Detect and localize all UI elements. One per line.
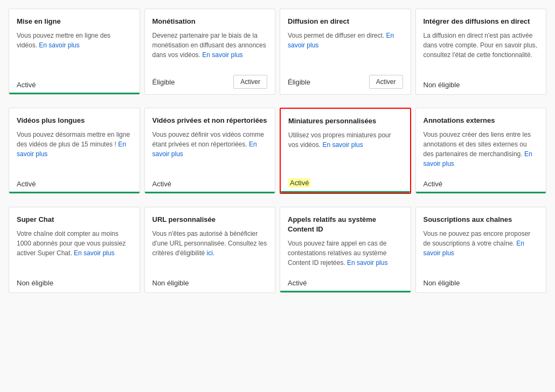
card-learn-more-link[interactable]: En savoir plus — [347, 259, 387, 267]
row-spacer — [9, 99, 546, 103]
card-title: Vidéos privées et non répertoriées — [152, 116, 268, 125]
card-diffusion-en-direct: Diffusion en directVous permet de diffus… — [280, 9, 411, 95]
card-body: La diffusion en direct n'est pas activée… — [424, 31, 539, 72]
activate-button[interactable]: Activer — [369, 75, 403, 89]
card-footer: Activé — [424, 177, 539, 188]
card-footer: Non éligible — [17, 276, 132, 287]
card-learn-more-link[interactable]: En savoir plus — [17, 141, 126, 158]
card-footer: ÉligibleActiver — [152, 72, 268, 89]
card-learn-more-link[interactable]: En savoir plus — [424, 240, 524, 257]
card-footer: Activé — [17, 78, 132, 89]
card-videos-plus-longues: Vidéos plus longuesVous pouvez désormais… — [9, 108, 140, 194]
card-status: Non éligible — [424, 279, 460, 287]
card-status: Éligible — [288, 78, 310, 86]
card-title: Annotations externes — [424, 116, 539, 125]
card-body: Vous pouvez désormais mettre en ligne de… — [17, 130, 132, 171]
card-learn-more-link[interactable]: En savoir plus — [152, 141, 257, 158]
card-title: Vidéos plus longues — [17, 116, 132, 125]
green-bar — [416, 192, 546, 193]
card-body: Utilisez vos propres miniatures pour vos… — [288, 130, 403, 170]
card-status: Non éligible — [17, 279, 53, 287]
card-status: Activé — [288, 279, 307, 287]
card-annotations-externes: Annotations externesVous pouvez créer de… — [415, 108, 547, 194]
card-learn-more-link[interactable]: En savoir plus — [74, 249, 114, 257]
card-footer: Non éligible — [424, 78, 539, 89]
card-title: Monétisation — [152, 17, 268, 26]
card-mise-en-ligne: Mise en ligneVous pouvez mettre en ligne… — [9, 9, 140, 95]
card-status: Non éligible — [152, 279, 189, 287]
card-body: Devenez partenaire par le biais de la mo… — [152, 31, 268, 66]
card-super-chat: Super ChatVotre chaîne doit compter au m… — [9, 207, 140, 293]
card-footer: Activé — [152, 177, 268, 188]
card-integrer-diffusions: Intégrer des diffusions en directLa diff… — [415, 9, 547, 95]
green-bar — [145, 192, 275, 193]
card-title: URL personnalisée — [152, 215, 268, 225]
card-videos-privees: Vidéos privées et non répertoriéesVous p… — [144, 108, 276, 194]
feature-grid: Mise en ligneVous pouvez mettre en ligne… — [9, 9, 546, 293]
card-footer: Non éligible — [424, 276, 539, 287]
card-url-personnalisee: URL personnaliséeVous n'êtes pas autoris… — [144, 207, 276, 293]
activate-button[interactable]: Activer — [233, 75, 267, 89]
card-footer: Non éligible — [152, 276, 268, 287]
card-title: Appels relatifs au système Content ID — [288, 215, 403, 234]
card-body: Vous pouvez définir vos vidéos comme éta… — [152, 130, 268, 171]
card-status: Activé — [288, 178, 310, 187]
card-learn-more-link[interactable]: En savoir plus — [424, 150, 532, 167]
card-footer: Activé — [17, 177, 132, 188]
card-status: Éligible — [152, 78, 175, 86]
card-title: Souscriptions aux chaînes — [424, 215, 539, 225]
card-body: Votre chaîne doit compter au moins 1000 … — [17, 229, 132, 270]
card-footer: Activé — [288, 276, 403, 287]
card-status: Activé — [152, 180, 171, 188]
card-title: Super Chat — [17, 215, 132, 225]
card-body: Vous n'êtes pas autorisé à bénéficier d'… — [152, 229, 268, 270]
card-title: Diffusion en direct — [288, 17, 403, 26]
card-status: Activé — [424, 180, 442, 188]
card-miniatures-personnalisees: Miniatures personnaliséesUtilisez vos pr… — [280, 108, 411, 194]
card-monetisation: MonétisationDevenez partenaire par le bi… — [144, 9, 276, 95]
card-body: Vous ne pouvez pas encore proposer de so… — [424, 229, 539, 270]
card-learn-more-link[interactable]: ici. — [207, 249, 215, 257]
card-learn-more-link[interactable]: En savoir plus — [288, 32, 394, 49]
card-status: Activé — [17, 81, 36, 89]
card-title: Intégrer des diffusions en direct — [424, 17, 539, 26]
green-bar — [9, 93, 140, 94]
card-title: Mise en ligne — [17, 17, 132, 26]
card-body: Vous pouvez faire appel en cas de contes… — [288, 239, 403, 270]
card-status: Activé — [17, 180, 36, 188]
card-footer: ÉligibleActiver — [288, 72, 403, 89]
card-learn-more-link[interactable]: En savoir plus — [322, 141, 363, 149]
card-body: Vous permet de diffuser en direct. En sa… — [288, 31, 403, 66]
card-souscriptions-chaines: Souscriptions aux chaînesVous ne pouvez … — [415, 207, 547, 293]
row-spacer — [9, 198, 546, 202]
card-title: Miniatures personnalisées — [288, 116, 403, 126]
card-learn-more-link[interactable]: En savoir plus — [39, 41, 79, 49]
green-bar — [280, 291, 411, 292]
card-status: Non éligible — [424, 81, 460, 89]
green-bar — [9, 192, 140, 193]
card-body: Vous pouvez créer des liens entre les an… — [424, 130, 539, 171]
card-learn-more-link[interactable]: En savoir plus — [202, 51, 242, 59]
card-body: Vous pouvez mettre en ligne des vidéos. … — [17, 31, 132, 72]
card-appels-content-id: Appels relatifs au système Content IDVou… — [280, 207, 411, 293]
card-footer: Activé — [288, 175, 403, 187]
green-bar — [281, 191, 410, 193]
